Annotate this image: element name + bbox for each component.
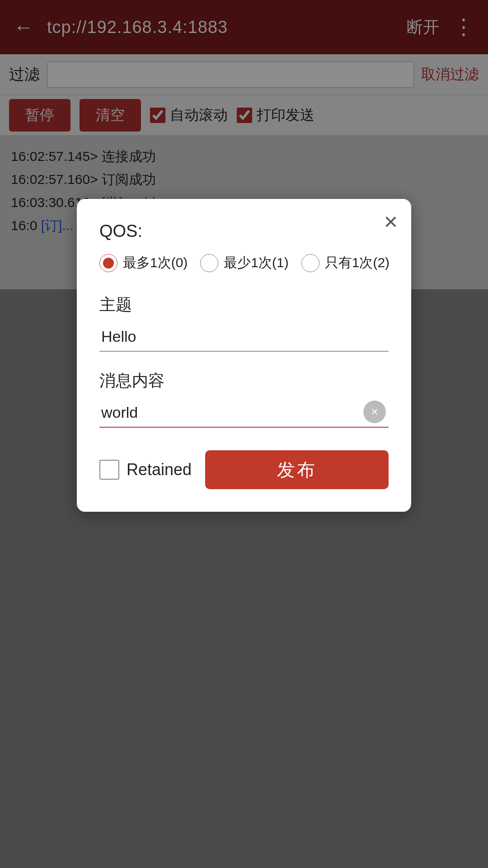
qos-option-1[interactable]: 最少1次(1) [200,254,288,272]
retained-toggle[interactable]: Retained [99,460,192,480]
qos-option-2[interactable]: 只有1次(2) [301,254,389,272]
topic-input[interactable] [99,324,389,352]
qos-1-label: 最少1次(1) [224,254,288,272]
publish-dialog: × QOS: 最多1次(0) 最少1次(1) 只有1次(2) 主题 消息内容 [77,199,411,512]
publish-button[interactable]: 发布 [205,450,389,489]
dialog-backdrop: × QOS: 最多1次(0) 最少1次(1) 只有1次(2) 主题 消息内容 [0,0,488,868]
dialog-bottom: Retained 发布 [99,450,389,489]
message-label: 消息内容 [99,370,389,392]
retained-checkbox[interactable] [99,460,119,480]
message-input[interactable] [99,400,389,428]
retained-label: Retained [127,460,192,479]
qos-options: 最多1次(0) 最少1次(1) 只有1次(2) [99,254,389,272]
qos-0-label: 最多1次(0) [123,254,188,272]
topic-label: 主题 [99,294,389,316]
dialog-close-button[interactable]: × [384,210,398,233]
qos-2-label: 只有1次(2) [325,254,389,272]
message-clear-button[interactable]: × [363,401,386,423]
message-input-wrapper: × [99,400,389,428]
clear-icon: × [371,406,378,418]
qos-option-0[interactable]: 最多1次(0) [99,254,188,272]
qos-label: QOS: [99,222,389,241]
